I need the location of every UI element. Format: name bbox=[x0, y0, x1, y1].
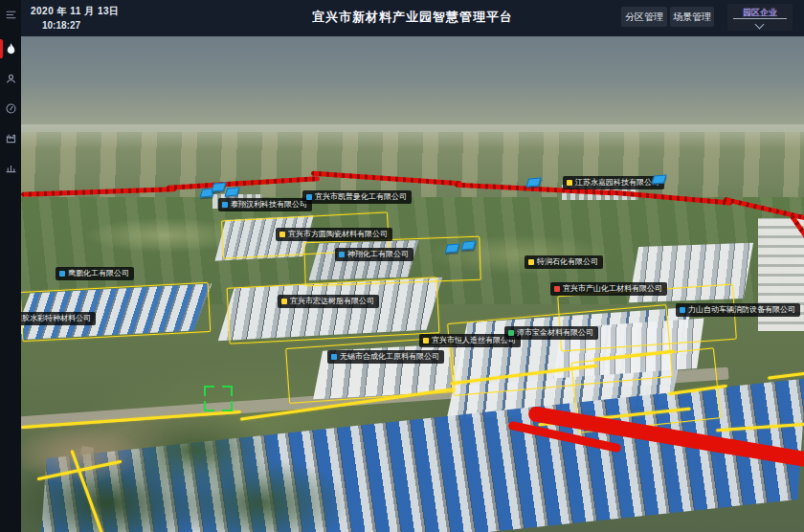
company-label[interactable]: 宜兴市凯普曼化工有限公司 bbox=[302, 190, 412, 204]
sidebar-item-factory[interactable] bbox=[0, 127, 21, 148]
company-label-text: 宜兴市凯普曼化工有限公司 bbox=[315, 193, 407, 201]
company-label[interactable]: 江苏永嘉园科技有限公司 bbox=[563, 176, 664, 189]
company-label-text: 潭市宝金材料有限公司 bbox=[517, 329, 593, 337]
active-indicator bbox=[0, 39, 3, 58]
scene-manage-button[interactable]: 场景管理 bbox=[670, 7, 714, 27]
sky-band bbox=[21, 36, 804, 132]
horizon-haze bbox=[21, 124, 804, 149]
company-label-text: 泰翔汉利科技有限公司 bbox=[231, 201, 307, 209]
chevron-down-icon bbox=[755, 20, 765, 30]
company-icon bbox=[279, 232, 285, 237]
company-label[interactable]: 力山自动车辆消防设备有限公司 bbox=[676, 303, 800, 317]
company-icon bbox=[331, 354, 337, 360]
bracket-corner bbox=[222, 386, 233, 396]
company-icon bbox=[281, 299, 287, 304]
top-bar: 2020 年 11 月 13日 10:18:27 宜兴市新材料产业园智慧管理平台… bbox=[21, 0, 804, 36]
bracket-corner bbox=[204, 386, 214, 396]
gauge-icon bbox=[5, 102, 17, 115]
park-enterprise-dropdown[interactable]: 园区企业 bbox=[727, 4, 793, 31]
company-label-text: 鹰鹏化工有限公司 bbox=[68, 270, 129, 277]
company-label-text: 神翔化工有限公司 bbox=[347, 251, 409, 258]
trees-overlay bbox=[21, 398, 346, 532]
company-label[interactable]: 鹰鹏化工有限公司 bbox=[56, 267, 134, 280]
sidebar-item-stats[interactable] bbox=[0, 157, 21, 178]
company-icon bbox=[59, 271, 65, 277]
company-label[interactable]: 宜兴市方圆陶瓷材料有限公司 bbox=[276, 228, 392, 241]
partition-manage-button[interactable]: 分区管理 bbox=[621, 7, 667, 27]
selection-brackets bbox=[204, 386, 233, 411]
company-label[interactable]: 宜兴市产山化工材料有限公司 bbox=[550, 282, 667, 296]
tool-sidebar bbox=[0, 0, 21, 532]
company-label-text: 特润石化有限公司 bbox=[537, 258, 598, 266]
sidebar-item-gauge[interactable] bbox=[0, 98, 21, 119]
company-icon bbox=[554, 286, 560, 292]
company-icon bbox=[423, 338, 429, 344]
company-label-text: 江苏永嘉园科技有限公司 bbox=[575, 179, 659, 187]
sidebar-item-menu[interactable] bbox=[0, 4, 21, 25]
dropdown-divider bbox=[733, 18, 787, 19]
company-label[interactable]: 宜兴市宏达树脂有限公司 bbox=[278, 295, 379, 308]
fire-icon bbox=[5, 43, 17, 55]
company-label-text: 宜兴市方圆陶瓷材料有限公司 bbox=[288, 231, 388, 238]
bar-chart-icon bbox=[5, 162, 17, 174]
menu-icon bbox=[5, 9, 17, 21]
company-label[interactable]: 无锡市合成化工原料有限公司 bbox=[327, 350, 444, 364]
bracket-corner bbox=[222, 401, 233, 411]
company-label[interactable]: 神翔化工有限公司 bbox=[335, 248, 413, 261]
factory-icon bbox=[5, 132, 17, 144]
company-label-text: 宜兴市产山化工材料有限公司 bbox=[563, 285, 662, 293]
company-label[interactable]: 特润石化有限公司 bbox=[525, 255, 603, 269]
company-icon bbox=[339, 252, 345, 257]
company-label[interactable]: 潭市宝金材料有限公司 bbox=[504, 326, 598, 340]
sidebar-item-fire[interactable] bbox=[0, 38, 21, 59]
company-icon bbox=[508, 330, 514, 336]
company-label-text: 力山自动车辆消防设备有限公司 bbox=[688, 306, 795, 314]
company-icon bbox=[680, 307, 685, 313]
app-window: 2020 年 11 月 13日 10:18:27 宜兴市新材料产业园智慧管理平台… bbox=[0, 0, 804, 532]
user-icon bbox=[5, 73, 17, 85]
company-icon bbox=[306, 194, 312, 200]
map-3d-viewport[interactable] bbox=[21, 36, 804, 532]
bracket-corner bbox=[204, 401, 214, 411]
company-icon bbox=[528, 259, 534, 265]
sidebar-item-user[interactable] bbox=[0, 68, 21, 89]
parcel-outline bbox=[227, 277, 440, 344]
company-label-text: 宜兴市恒人造丝有限公司 bbox=[432, 337, 516, 344]
company-label-text: 无锡市合成化工原料有限公司 bbox=[340, 353, 439, 361]
company-icon bbox=[222, 202, 228, 208]
company-label[interactable]: 泰翔汉利科技有限公司 bbox=[218, 198, 312, 211]
company-icon bbox=[567, 180, 572, 186]
company-label-text: 宜兴市宏达树脂有限公司 bbox=[290, 298, 374, 305]
